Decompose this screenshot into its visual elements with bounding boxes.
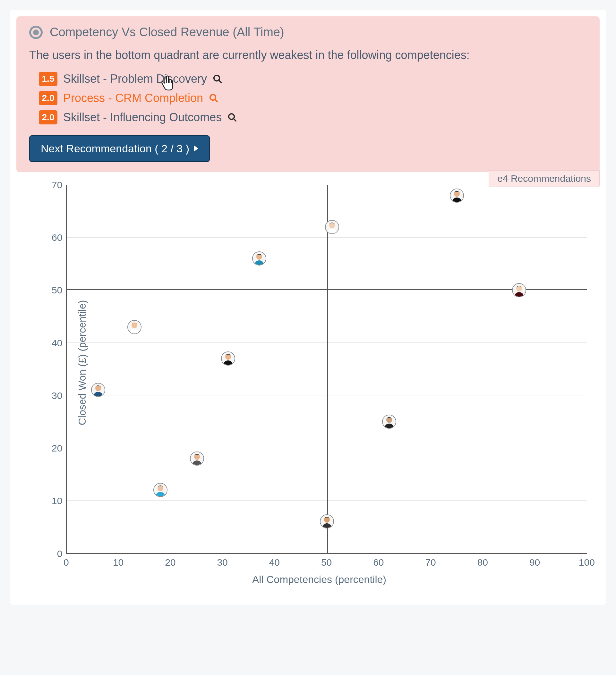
scatter-point[interactable] bbox=[221, 352, 235, 366]
svg-line-1 bbox=[219, 80, 221, 83]
competency-list: 1.5Skillset - Problem Discovery2.0Proces… bbox=[39, 72, 587, 125]
scatter-point[interactable] bbox=[190, 451, 204, 466]
svg-line-3 bbox=[215, 99, 217, 102]
scatter-point[interactable] bbox=[325, 220, 339, 234]
search-icon[interactable] bbox=[227, 112, 237, 122]
scatter-point[interactable] bbox=[91, 383, 105, 397]
competency-score-badge: 1.5 bbox=[39, 72, 57, 86]
recommendation-card: Competency Vs Closed Revenue (All Time) … bbox=[16, 16, 600, 172]
chevron-right-icon bbox=[194, 145, 198, 152]
search-icon[interactable] bbox=[209, 93, 218, 103]
competency-score-badge: 2.0 bbox=[39, 91, 57, 105]
quadrant-line-vertical bbox=[327, 185, 328, 553]
target-icon bbox=[29, 26, 43, 39]
competency-row[interactable]: 2.0Process - CRM Completion bbox=[39, 91, 587, 105]
competency-row[interactable]: 1.5Skillset - Problem Discovery bbox=[39, 72, 587, 86]
scatter-point[interactable] bbox=[153, 483, 167, 497]
gridline bbox=[431, 185, 431, 553]
gridline bbox=[275, 185, 275, 553]
competency-label: Skillset - Influencing Outcomes bbox=[63, 110, 222, 124]
chart-panel: Competency Vs Closed Revenue (All Time) … bbox=[10, 10, 606, 605]
scatter-point[interactable] bbox=[382, 415, 396, 429]
competency-row[interactable]: 2.0Skillset - Influencing Outcomes bbox=[39, 110, 587, 125]
scatter-point[interactable] bbox=[512, 283, 526, 297]
svg-line-5 bbox=[233, 119, 236, 121]
competency-label: Process - CRM Completion bbox=[63, 91, 203, 105]
gridline bbox=[535, 185, 535, 553]
scatter-point[interactable] bbox=[127, 320, 141, 334]
competency-score-badge: 2.0 bbox=[39, 110, 57, 125]
gridline bbox=[223, 185, 223, 553]
gridline bbox=[587, 185, 587, 553]
y-axis-ticks: 010203040506070 bbox=[52, 185, 62, 554]
gridline bbox=[379, 185, 379, 553]
x-axis-ticks: 0102030405060708090100 bbox=[66, 557, 587, 568]
scatter-point[interactable] bbox=[252, 251, 266, 266]
recommendation-title: Competency Vs Closed Revenue (All Time) bbox=[50, 25, 284, 39]
plot-area[interactable] bbox=[66, 185, 587, 554]
scatter-chart: Closed Won (£) (percentile) 010203040506… bbox=[16, 175, 600, 592]
scatter-point[interactable] bbox=[320, 514, 334, 528]
search-icon[interactable] bbox=[213, 74, 222, 84]
next-recommendation-button[interactable]: Next Recommendation ( 2 / 3 ) bbox=[29, 135, 210, 162]
gridline bbox=[119, 185, 119, 553]
next-recommendation-label: Next Recommendation ( 2 / 3 ) bbox=[41, 142, 189, 155]
recommendation-description: The users in the bottom quadrant are cur… bbox=[29, 46, 587, 64]
x-axis-label: All Competencies (percentile) bbox=[52, 574, 587, 586]
scatter-point[interactable] bbox=[450, 189, 464, 203]
competency-label: Skillset - Problem Discovery bbox=[63, 72, 207, 86]
